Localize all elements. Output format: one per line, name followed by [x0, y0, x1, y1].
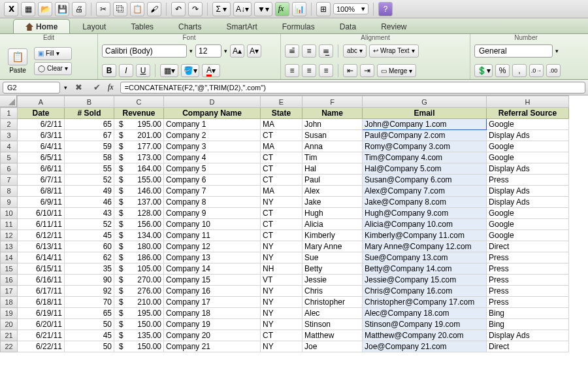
- row-header[interactable]: 2: [1, 119, 18, 130]
- cell[interactable]: Email: [363, 108, 487, 119]
- cell[interactable]: 6/7/11: [18, 175, 65, 186]
- col-header[interactable]: D: [164, 96, 261, 108]
- col-header[interactable]: F: [302, 96, 363, 108]
- increase-decimal-icon[interactable]: .0→: [529, 64, 544, 77]
- tab-charts[interactable]: Charts: [166, 19, 214, 33]
- cell[interactable]: CT: [261, 330, 302, 341]
- cell[interactable]: NY: [261, 286, 302, 297]
- cell[interactable]: Company 15: [164, 275, 261, 286]
- cell[interactable]: Press: [487, 297, 569, 308]
- cell[interactable]: NY: [261, 297, 302, 308]
- clear-button[interactable]: ◯Clear▾: [34, 62, 72, 75]
- cell[interactable]: CT: [261, 175, 302, 186]
- accept-icon[interactable]: ✔: [90, 81, 104, 94]
- cell[interactable]: NH: [261, 263, 302, 275]
- cell[interactable]: 90: [65, 275, 114, 286]
- row-header[interactable]: 4: [1, 141, 18, 152]
- cell[interactable]: 43: [65, 208, 114, 219]
- align-left-icon[interactable]: ≡: [285, 64, 299, 77]
- cell[interactable]: 6/6/11: [18, 163, 65, 175]
- cell[interactable]: Company 7: [164, 186, 261, 197]
- cell[interactable]: Press: [487, 275, 569, 286]
- paste-icon[interactable]: 📋: [130, 2, 144, 16]
- row-header[interactable]: 12: [1, 230, 18, 241]
- cell[interactable]: 92: [65, 286, 114, 297]
- cell[interactable]: Chris: [302, 286, 363, 297]
- cell[interactable]: Joe@Company 21.com: [363, 341, 487, 352]
- cell[interactable]: CT: [261, 130, 302, 141]
- select-all-corner[interactable]: [0, 95, 17, 107]
- cut-icon[interactable]: ✂: [96, 2, 110, 16]
- cell[interactable]: Company 11: [164, 230, 261, 241]
- cell[interactable]: Kimberly@Company 11.com: [363, 230, 487, 241]
- cell[interactable]: Paul: [302, 175, 363, 186]
- cell[interactable]: Matthew@Company 20.com: [363, 330, 487, 341]
- cell[interactable]: Hugh: [302, 208, 363, 219]
- spreadsheet[interactable]: A B C D E F G H 1Date# SoldRevenueCompan…: [0, 95, 588, 389]
- cell[interactable]: 6/3/11: [18, 130, 65, 141]
- cell[interactable]: Display Ads: [487, 163, 569, 175]
- cell[interactable]: MA: [261, 141, 302, 152]
- row-header[interactable]: 17: [1, 286, 18, 297]
- cell[interactable]: Alex: [302, 186, 363, 197]
- currency-icon[interactable]: 💲▾: [474, 64, 493, 77]
- cell[interactable]: 155.00: [114, 175, 164, 186]
- cell[interactable]: Name: [302, 108, 363, 119]
- excel-icon[interactable]: 𝗫: [4, 2, 18, 16]
- cell[interactable]: Stinson: [302, 319, 363, 330]
- cell[interactable]: Joe: [302, 341, 363, 352]
- cell[interactable]: 156.00: [114, 219, 164, 230]
- cell[interactable]: 137.00: [114, 197, 164, 208]
- cell[interactable]: 6/12/11: [18, 230, 65, 241]
- cell[interactable]: Company 21: [164, 341, 261, 352]
- col-header[interactable]: E: [261, 96, 302, 108]
- cell[interactable]: 52: [65, 175, 114, 186]
- row-header[interactable]: 22: [1, 341, 18, 352]
- cell[interactable]: Company 13: [164, 252, 261, 263]
- cell[interactable]: 45: [65, 230, 114, 241]
- row-header[interactable]: 16: [1, 275, 18, 286]
- save-icon[interactable]: 💾: [55, 2, 69, 16]
- name-box[interactable]: G2: [3, 82, 60, 93]
- cell[interactable]: MA: [261, 186, 302, 197]
- cell[interactable]: NY: [261, 241, 302, 252]
- autosum-icon[interactable]: Σ ▾: [212, 2, 231, 16]
- fill-color-button[interactable]: 🪣▾: [181, 64, 199, 77]
- cell[interactable]: CT: [261, 163, 302, 175]
- cell[interactable]: 67: [65, 130, 114, 141]
- cell[interactable]: Company 16: [164, 286, 261, 297]
- cell[interactable]: Jessie: [302, 275, 363, 286]
- cell[interactable]: 6/9/11: [18, 197, 65, 208]
- cell[interactable]: Company 17: [164, 297, 261, 308]
- row-header[interactable]: 5: [1, 152, 18, 163]
- col-header[interactable]: G: [363, 96, 487, 108]
- cell[interactable]: 6/5/11: [18, 152, 65, 163]
- percent-icon[interactable]: %: [495, 64, 510, 77]
- cell[interactable]: 105.00: [114, 263, 164, 275]
- cell[interactable]: 50: [65, 319, 114, 330]
- cell[interactable]: Google: [487, 208, 569, 219]
- cell[interactable]: 46: [65, 197, 114, 208]
- cell[interactable]: Betty@Company 14.com: [363, 263, 487, 275]
- cell[interactable]: Company 4: [164, 152, 261, 163]
- cell[interactable]: Company 10: [164, 219, 261, 230]
- cell[interactable]: Company 9: [164, 208, 261, 219]
- cell[interactable]: 150.00: [114, 319, 164, 330]
- tab-smartart[interactable]: SmartArt: [214, 19, 269, 33]
- cell[interactable]: NY: [261, 252, 302, 263]
- chart-icon[interactable]: 📊: [292, 2, 306, 16]
- zoom-selector[interactable]: 100%▾: [333, 3, 368, 14]
- cell[interactable]: 6/17/11: [18, 286, 65, 297]
- cell[interactable]: 49: [65, 186, 114, 197]
- cell[interactable]: 6/2/11: [18, 119, 65, 130]
- cell[interactable]: 6/20/11: [18, 319, 65, 330]
- orientation-button[interactable]: abc ▾: [343, 44, 367, 58]
- grow-font-icon[interactable]: A▴: [230, 44, 244, 58]
- tab-formulas[interactable]: Formulas: [270, 19, 327, 33]
- cell[interactable]: Christopher: [302, 297, 363, 308]
- cell[interactable]: Press: [487, 263, 569, 275]
- cell[interactable]: Press: [487, 252, 569, 263]
- cell[interactable]: Betty: [302, 263, 363, 275]
- cell[interactable]: Company 1: [164, 119, 261, 130]
- cell[interactable]: 6/4/11: [18, 141, 65, 152]
